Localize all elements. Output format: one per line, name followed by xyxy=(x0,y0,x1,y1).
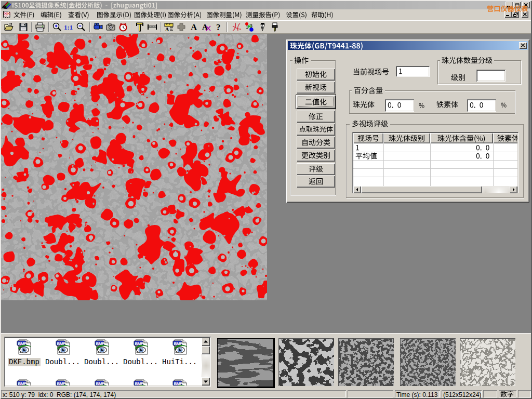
svg-text:A: A xyxy=(191,22,197,32)
svg-text:3: 3 xyxy=(250,23,252,29)
svg-text:?: ? xyxy=(216,22,221,32)
svg-text:DOC: DOC xyxy=(4,12,11,15)
svg-text:A: A xyxy=(165,26,169,32)
svg-text:1:1: 1:1 xyxy=(64,23,73,31)
svg-text:1: 1 xyxy=(246,24,248,30)
